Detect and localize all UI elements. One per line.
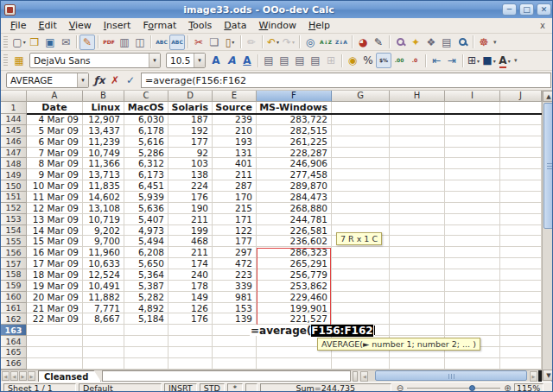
cell-H152[interactable] xyxy=(390,203,445,214)
cell-E155[interactable]: 177 xyxy=(213,236,257,247)
zoom-icon[interactable] xyxy=(454,35,470,50)
cell-B148[interactable]: 11,366 xyxy=(83,158,124,169)
cell-D145[interactable]: 192 xyxy=(168,125,213,136)
cell-J155[interactable] xyxy=(500,236,542,247)
first-sheet-button[interactable]: ◀ xyxy=(2,371,10,381)
cell-B160[interactable]: 11,882 xyxy=(83,292,124,303)
row-header-163[interactable]: 163 xyxy=(1,325,27,336)
cell-J162[interactable] xyxy=(500,313,542,325)
cell-G160[interactable] xyxy=(332,292,390,303)
cell-F148[interactable]: 246,906 xyxy=(257,158,332,169)
find-replace-icon[interactable] xyxy=(392,35,408,50)
sheet-tab-cleansed[interactable]: Cleansed xyxy=(38,370,101,383)
cell-E146[interactable]: 193 xyxy=(213,136,257,148)
row-header-150[interactable]: 150 xyxy=(1,180,27,192)
cell-B152[interactable]: 13,108 xyxy=(83,203,124,214)
cell-D158[interactable]: 240 xyxy=(168,269,213,281)
menu-view[interactable]: View xyxy=(63,19,98,32)
cell-B146[interactable]: 11,239 xyxy=(83,136,124,148)
cell-E152[interactable]: 215 xyxy=(213,203,257,214)
cell-I151[interactable] xyxy=(445,192,500,203)
cell-A148[interactable]: 8 Mar 09 xyxy=(27,158,83,169)
align-left-icon[interactable]: ▤ xyxy=(261,53,276,68)
cell-G158[interactable] xyxy=(332,269,390,281)
insert-mode-indicator[interactable]: INSRT xyxy=(164,383,197,392)
cell-F150[interactable]: 289,870 xyxy=(257,180,332,192)
cell-E147[interactable]: 131 xyxy=(213,148,257,159)
navigator-icon[interactable]: ✦ xyxy=(408,35,423,50)
cell-B154[interactable]: 9,202 xyxy=(83,225,124,237)
decrease-indent-icon[interactable]: ⇤ xyxy=(429,53,444,68)
column-header-E[interactable]: E xyxy=(213,91,257,102)
maximize-button[interactable]: □ xyxy=(519,3,534,16)
background-color-icon[interactable]: ■▾ xyxy=(481,53,497,68)
save-icon[interactable]: ▣ xyxy=(42,35,58,50)
cell-D159[interactable]: 178 xyxy=(168,281,213,292)
cell-B144[interactable]: 12,907 xyxy=(83,114,124,125)
cell-J151[interactable] xyxy=(500,192,542,203)
cell-G147[interactable] xyxy=(332,148,390,159)
cell-E145[interactable]: 210 xyxy=(213,125,257,136)
chevron-down-icon[interactable]: ▾ xyxy=(232,39,234,45)
row-header-153[interactable]: 153 xyxy=(1,214,27,225)
menu-help[interactable]: Help xyxy=(302,19,336,32)
cell-F151[interactable]: 284,473 xyxy=(257,192,332,203)
cell-E158[interactable]: 223 xyxy=(213,269,257,281)
cell-G150[interactable] xyxy=(332,180,390,192)
print-icon[interactable]: ▥ xyxy=(117,35,132,50)
cell-A164[interactable] xyxy=(27,336,83,347)
row-header-148[interactable]: 148 xyxy=(1,158,27,169)
cell-D155[interactable]: 468 xyxy=(168,236,213,247)
cell-C1[interactable]: MacOS xyxy=(124,102,168,114)
cell-B159[interactable]: 10,491 xyxy=(83,281,124,292)
column-header-G[interactable]: G xyxy=(332,91,390,102)
cell-D148[interactable]: 103 xyxy=(168,158,213,169)
cell-G151[interactable] xyxy=(332,192,390,203)
row-header-154[interactable]: 154 xyxy=(1,225,27,237)
underline-icon[interactable]: A xyxy=(239,53,255,68)
cell-H162[interactable] xyxy=(390,313,445,325)
cell-G157[interactable] xyxy=(332,258,390,269)
cell-E154[interactable]: 122 xyxy=(213,225,257,237)
cell-D154[interactable]: 199 xyxy=(168,225,213,237)
cell-G145[interactable] xyxy=(332,125,390,136)
edit-file-icon[interactable]: ✎ xyxy=(79,35,95,50)
formula-input[interactable]: =average(F156:F162 xyxy=(141,73,551,88)
cell-D144[interactable]: 187 xyxy=(168,114,213,125)
cell-A156[interactable]: 16 Mar 09 xyxy=(27,247,83,258)
scroll-right-icon[interactable]: ▶ xyxy=(530,371,537,382)
cell-H159[interactable] xyxy=(390,281,445,292)
cell-C163[interactable] xyxy=(124,325,168,336)
cell-B163[interactable] xyxy=(83,325,124,336)
font-name-combo[interactable]: DejaVu Sans ▾ xyxy=(29,53,161,68)
cell-A166[interactable] xyxy=(27,358,83,370)
cell-H161[interactable] xyxy=(390,303,445,314)
cell-D153[interactable]: 211 xyxy=(168,214,213,225)
auto-spellcheck-icon[interactable]: ABC xyxy=(169,35,185,50)
chevron-down-icon[interactable]: ▾ xyxy=(194,54,205,67)
cell-A145[interactable]: 5 Mar 09 xyxy=(27,125,83,136)
cell-B162[interactable]: 8,667 xyxy=(83,313,124,325)
row-header-161[interactable]: 161 xyxy=(1,303,27,314)
cell-A144[interactable]: 4 Mar 09 xyxy=(27,114,83,125)
cell-I149[interactable] xyxy=(445,169,500,180)
chevron-down-icon[interactable]: ▾ xyxy=(149,54,160,67)
cell-B1[interactable]: Linux xyxy=(83,102,124,114)
cell-C147[interactable]: 5,286 xyxy=(124,148,168,159)
cell-H155[interactable] xyxy=(390,236,445,247)
menu-tools[interactable]: Tools xyxy=(182,19,218,32)
row-header-166[interactable]: 166 xyxy=(1,358,27,370)
cell-A163[interactable] xyxy=(27,325,83,336)
scroll-left-icon[interactable]: ◀ xyxy=(360,371,368,382)
cell-I160[interactable] xyxy=(445,292,500,303)
cut-icon[interactable]: ✂ xyxy=(191,35,207,50)
cell-D162[interactable]: 176 xyxy=(168,313,213,325)
currency-icon[interactable]: ◉ xyxy=(345,53,360,68)
cell-C161[interactable]: 4,892 xyxy=(124,303,168,314)
toolbar-grip[interactable] xyxy=(3,36,8,48)
cell-I159[interactable] xyxy=(445,281,500,292)
cell-J148[interactable] xyxy=(500,158,542,169)
cell-E148[interactable]: 401 xyxy=(213,158,257,169)
chevron-down-icon[interactable]: ▾ xyxy=(292,39,295,45)
cell-H157[interactable] xyxy=(390,258,445,269)
